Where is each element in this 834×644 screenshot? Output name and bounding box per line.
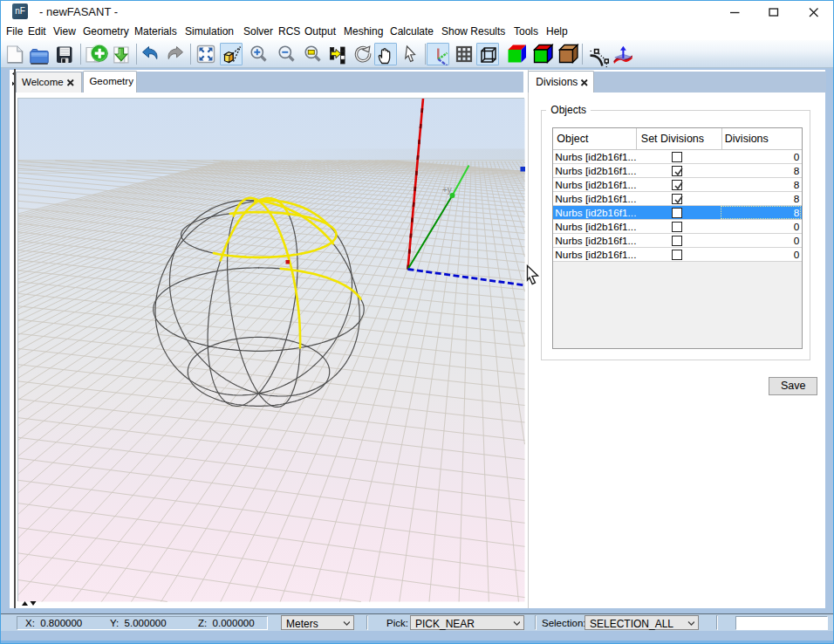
svg-text:+y: +y	[442, 185, 452, 195]
